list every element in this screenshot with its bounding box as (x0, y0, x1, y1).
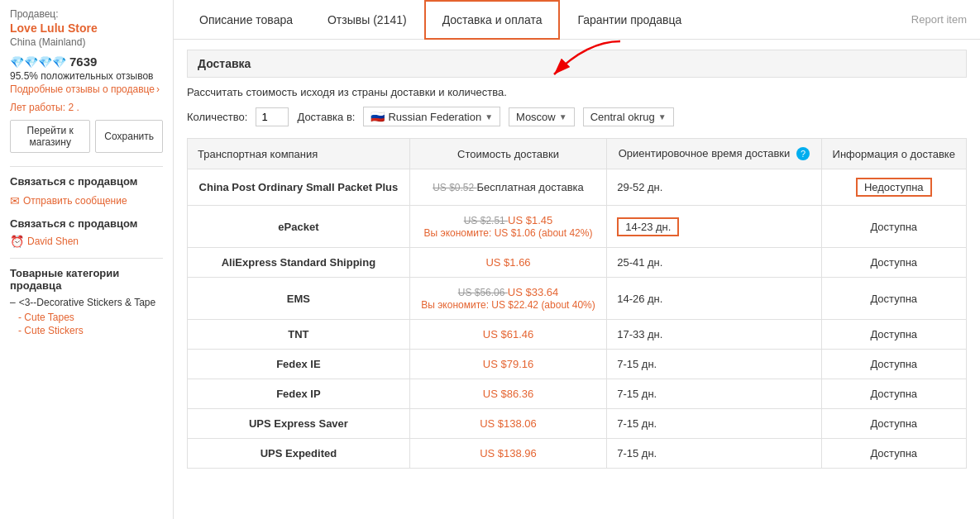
cost-cell: US $61.46 (409, 320, 606, 350)
cost-cell: US $56.06 US $33.64Вы экономите: US $22.… (409, 278, 606, 320)
person-icon: ⏰ (10, 235, 24, 248)
category-sub-1[interactable]: - Cute Tapes (18, 312, 163, 323)
qty-input[interactable] (256, 107, 289, 126)
price-old: US $2.51 (464, 215, 508, 226)
th-company: Транспортная компания (188, 139, 410, 169)
time-cell: 29-52 дн. (607, 169, 821, 206)
cost-cell: US $86.36 (409, 379, 606, 409)
seller-name[interactable]: Love Lulu Store (10, 21, 163, 35)
category-item: – <3--Decorative Stickers & Tape (10, 297, 163, 308)
company-cell: China Post Ordinary Small Packet Plus (188, 169, 410, 206)
price-new: US $86.36 (483, 388, 533, 400)
tab-reviews[interactable]: Отзывы (2141) (310, 1, 424, 39)
company-cell: UPS Express Saver (188, 409, 410, 439)
reviews-link[interactable]: Подробные отзывы о продавце › (10, 83, 163, 95)
rating-row: 💎💎💎💎 7639 (10, 55, 163, 69)
time-cell: 14-23 дн. (607, 206, 821, 248)
info-cell: Доступна (821, 409, 967, 439)
chevron-down-city-icon: ▼ (559, 112, 567, 121)
price-new: Бесплатная доставка (477, 181, 584, 193)
price-old: US $0.52 (433, 182, 476, 193)
price-new: US $1.45 (508, 214, 552, 226)
cost-cell: US $138.06 (409, 409, 606, 439)
info-cell: Доступна (821, 278, 967, 320)
cost-cell: US $138.96 (409, 439, 606, 469)
red-arrow-annotation (504, 33, 637, 83)
table-row: ePacketUS $2.51 US $1.45Вы экономите: US… (188, 206, 967, 248)
chevron-down-icon: ▼ (485, 112, 493, 121)
send-message-link[interactable]: ✉ Отправить сообщение (10, 194, 163, 207)
company-cell: Fedex IE (188, 350, 410, 379)
info-cell: Доступна (821, 439, 967, 469)
time-cell: 7-15 дн. (607, 409, 821, 439)
sidebar: Продавец: Love Lulu Store China (Mainlan… (0, 0, 174, 519)
company-cell: TNT (188, 320, 410, 350)
chevron-down-region-icon: ▼ (658, 112, 667, 121)
save-button[interactable]: Сохранить (95, 120, 163, 153)
cost-cell: US $1.66 (409, 248, 606, 278)
report-item-link[interactable]: Report item (898, 2, 980, 37)
info-cell: Доступна (821, 248, 967, 278)
info-cell: Доступна (821, 379, 967, 409)
category-sub-2[interactable]: - Cute Stickers (18, 325, 163, 336)
unavailable-box: Недоступна (856, 178, 932, 197)
company-cell: UPS Expedited (188, 439, 410, 469)
info-cell: Доступна (821, 350, 967, 379)
price-save: Вы экономите: US $22.42 (about 40%) (421, 299, 595, 311)
seller-label: Продавец: (10, 8, 163, 20)
cost-cell: US $2.51 US $1.45Вы экономите: US $1.06 … (409, 206, 606, 248)
positive-pct: 95.5% положительных отзывов (10, 70, 163, 82)
price-new: US $1.66 (485, 256, 530, 269)
region-dropdown[interactable]: Central okrug ▼ (583, 107, 674, 126)
rating-number: 7639 (69, 55, 97, 69)
ship-to-label: Доставка в: (297, 111, 355, 123)
price-new: US $79.16 (483, 358, 533, 370)
contact-person[interactable]: ⏰ David Shen (10, 235, 163, 248)
years-value: 2 (68, 102, 74, 113)
table-row: China Post Ordinary Small Packet PlusUS … (188, 169, 967, 206)
shipping-table: Транспортная компания Стоимость доставки… (187, 138, 967, 469)
country-dropdown[interactable]: 🇷🇺 Russian Federation ▼ (363, 107, 500, 126)
table-row: Fedex IEUS $79.167-15 дн.Доступна (188, 350, 967, 379)
time-cell: 7-15 дн. (607, 379, 821, 409)
price-new: US $138.96 (480, 447, 537, 459)
cost-cell: US $0.52 Бесплатная доставка (409, 169, 606, 206)
info-cell: Доступна (821, 320, 967, 350)
table-row: UPS Express SaverUS $138.067-15 дн.Досту… (188, 409, 967, 439)
cost-cell: US $79.16 (409, 350, 606, 379)
table-row: UPS ExpeditedUS $138.967-15 дн.Доступна (188, 439, 967, 469)
categories-title: Товарные категории продавца (10, 258, 163, 292)
delivery-content: Доставка Рассчитать стоимость исходя из … (174, 40, 980, 479)
question-icon[interactable]: ? (796, 147, 810, 160)
table-row: TNTUS $61.4617-33 дн.Доступна (188, 320, 967, 350)
city-dropdown[interactable]: Moscow ▼ (509, 107, 575, 126)
visit-shop-button[interactable]: Перейти к магазину (10, 120, 90, 153)
qty-label: Количество: (187, 111, 247, 123)
price-save: Вы экономите: US $1.06 (about 42%) (424, 227, 593, 239)
th-info: Информация о доставке (821, 139, 967, 169)
table-row: AliExpress Standard ShippingUS $1.6625-4… (188, 248, 967, 278)
time-highlight-box: 14-23 дн. (617, 217, 679, 236)
info-cell: Недоступна (821, 169, 967, 206)
th-time: Ориентировочное время доставки ? (607, 139, 821, 169)
info-cell: Доступна (821, 206, 967, 248)
table-row: EMSUS $56.06 US $33.64Вы экономите: US $… (188, 278, 967, 320)
message-icon: ✉ (10, 194, 20, 207)
years-label: Лет работы: 2 . (10, 102, 163, 113)
price-old: US $56.06 (458, 287, 508, 298)
diamond-icons: 💎💎💎💎 (10, 55, 66, 69)
price-new: US $61.46 (483, 328, 533, 340)
minus-icon: – (10, 297, 16, 308)
contact-title-2: Связаться с продавцом (10, 217, 163, 230)
company-cell: Fedex IP (188, 379, 410, 409)
calc-text: Рассчитать стоимость исходя из страны до… (187, 86, 967, 98)
time-cell: 25-41 дн. (607, 248, 821, 278)
contact-seller-title: Связаться с продавцом (10, 166, 163, 188)
time-cell: 14-26 дн. (607, 278, 821, 320)
city-name: Moscow (516, 111, 556, 123)
chevron-right-icon: › (156, 83, 160, 95)
price-new: US $138.06 (480, 417, 537, 430)
seller-country: China (Mainland) (10, 36, 163, 48)
time-cell: 7-15 дн. (607, 350, 821, 379)
tab-description[interactable]: Описание товара (182, 1, 310, 39)
